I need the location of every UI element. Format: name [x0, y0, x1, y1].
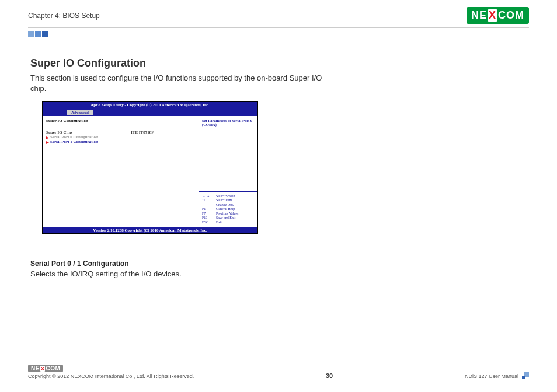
page-header: Chapter 4: BIOS Setup NEXCOM — [28, 7, 529, 28]
bios-serial-port-0[interactable]: ▶Serial Port 0 Configuration — [46, 135, 195, 139]
triangle-icon: ▶ — [46, 135, 49, 139]
key-row: F10Save and Exit — [202, 216, 255, 220]
chapter-title: Chapter 4: BIOS Setup — [28, 12, 100, 20]
intro-text: This section is used to configure the I/… — [30, 73, 332, 93]
bios-chip-value: ITE IT8718F — [131, 130, 195, 135]
bios-key-hints: ← →Select Screen ↑↓Select Item ←Change O… — [199, 192, 257, 228]
bios-help-panel: Set Parameters of Serial Port 0 (COMA) — [199, 116, 257, 192]
bios-title-bar: Aptio Setup Utility - Copyright (C) 2010… — [43, 102, 257, 108]
nexcom-logo: NEXCOM — [467, 7, 529, 24]
bios-section-title: Super IO Configuration — [46, 118, 195, 123]
bios-screenshot: Aptio Setup Utility - Copyright (C) 2010… — [42, 102, 258, 234]
header-decor-squares — [28, 32, 529, 37]
manual-name: NDiS 127 User Manual — [465, 373, 518, 379]
triangle-icon: ▶ — [46, 140, 49, 144]
logo-x-icon: X — [488, 9, 497, 22]
page-title: Super IO Configuration — [30, 57, 332, 69]
footer-decor-icon — [522, 372, 529, 379]
key-row: F7Previous Values — [202, 212, 255, 216]
page-footer: NEXCOM Copyright © 2012 NEXCOM Internati… — [28, 362, 529, 379]
subsection-title: Serial Port 0 / 1 Configuration — [30, 260, 332, 268]
bios-chip-row: Super IO Chip ITE IT8718F — [46, 130, 195, 135]
bios-serial-port-1[interactable]: ▶Serial Port 1 Configuration — [46, 139, 195, 144]
key-row: ESCExit — [202, 220, 255, 225]
tab-advanced[interactable]: Advanced — [66, 109, 94, 116]
bios-chip-label: Super IO Chip — [46, 130, 131, 135]
bios-tab-bar: Advanced — [43, 108, 257, 116]
copyright-text: Copyright © 2012 NEXCOM International Co… — [28, 373, 194, 379]
page-number: 30 — [326, 372, 333, 379]
key-row: ← →Select Screen — [202, 194, 255, 199]
bios-left-panel: Super IO Configuration Super IO Chip ITE… — [43, 116, 199, 228]
nexcom-logo-small: NEXCOM — [28, 365, 63, 372]
subsection-desc: Selects the IO/IRQ setting of the I/O de… — [30, 269, 332, 279]
bios-footer-bar: Version 2.10.1208 Copyright (C) 2010 Ame… — [43, 228, 257, 233]
key-row: ←Change Opt. — [202, 203, 255, 208]
logo-x-icon: X — [40, 366, 46, 372]
key-row: ↑↓Select Item — [202, 198, 255, 203]
key-row: F1General Help — [202, 207, 255, 212]
